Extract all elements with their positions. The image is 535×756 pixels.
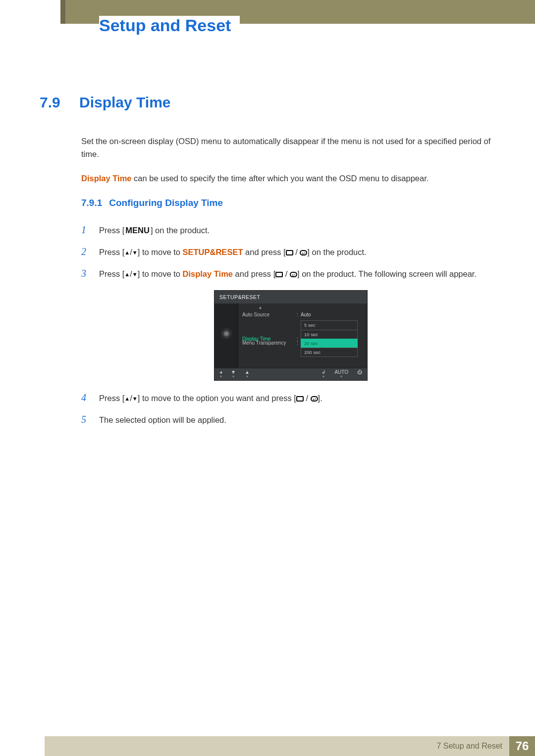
hint-paragraph: Display Time can be used to specify the … xyxy=(81,172,500,185)
hint-term: Display Time xyxy=(81,174,132,183)
osd-option: 5 sec xyxy=(301,320,358,330)
subsection-heading: 7.9.1 Configuring Display Time xyxy=(81,196,500,210)
osd-value: Auto xyxy=(301,311,311,319)
step-5: 5 The selected option will be applied. xyxy=(81,411,500,427)
osd-label: Menu Transparency xyxy=(242,339,297,347)
enter-icon xyxy=(300,250,307,255)
osd-option-selected: 20 sec xyxy=(301,339,358,348)
step-text: Press [MENU] on the product. xyxy=(99,224,500,237)
source-icon xyxy=(296,396,304,402)
step-2: 2 Press [▲/▼] to move to SETUP&RESET and… xyxy=(81,244,500,259)
page-content: 7.9 Display Time Set the on-screen displ… xyxy=(40,94,500,433)
step-text: Press [▲/▼] to move to the option you wa… xyxy=(99,392,500,405)
intro-paragraph: Set the on-screen display (OSD) menu to … xyxy=(81,135,500,161)
osd-screenshot: SETUP&RESET ▲ Auto Source : Auto Display… xyxy=(214,290,368,381)
step-text: The selected option will be applied. xyxy=(99,414,500,427)
osd-label: Auto Source xyxy=(242,311,297,319)
osd-row-auto-source: Auto Source : Auto xyxy=(242,310,363,320)
enter-icon xyxy=(311,396,318,402)
osd-title: SETUP&RESET xyxy=(214,291,367,304)
down-icon: ▼ xyxy=(132,270,138,279)
osd-bottom-bar: ◂▾ ▼▾ ▲▾ ↲▾ AUTO▾ ⏻ xyxy=(214,368,367,380)
down-icon: ▼ xyxy=(132,249,138,257)
osd-option: 200 sec xyxy=(301,348,358,357)
footer-chapter: 7 Setup and Reset xyxy=(436,742,502,751)
step-3: 3 Press [▲/▼] to move to Display Time an… xyxy=(81,265,500,281)
gear-icon xyxy=(222,329,231,338)
subsection-number: 7.9.1 xyxy=(81,196,102,210)
step-number: 3 xyxy=(81,265,89,281)
source-icon xyxy=(286,250,293,255)
section-number: 7.9 xyxy=(40,94,67,111)
menu-button-label: MENU xyxy=(124,224,151,237)
step-list: 1 Press [MENU] on the product. 2 Press [… xyxy=(81,222,500,281)
nav-target: SETUP&RESET xyxy=(183,248,243,256)
nav-target: Display Time xyxy=(183,269,233,278)
osd-option: 10 sec xyxy=(301,330,358,339)
step-number: 2 xyxy=(81,244,89,259)
up-icon: ▲ xyxy=(124,249,130,257)
step-4: 4 Press [▲/▼] to move to the option you … xyxy=(81,390,500,405)
chapter-title: Setup and Reset xyxy=(99,16,240,35)
source-icon xyxy=(275,272,283,277)
step-list-cont: 4 Press [▲/▼] to move to the option you … xyxy=(81,390,500,427)
up-icon: ▲ xyxy=(124,270,130,279)
osd-up-arrow: ▲ xyxy=(242,304,363,310)
page-footer: 7 Setup and Reset 76 xyxy=(45,736,535,756)
step-number: 5 xyxy=(81,411,89,427)
step-number: 4 xyxy=(81,390,89,405)
step-1: 1 Press [MENU] on the product. xyxy=(81,222,500,238)
step-text: Press [▲/▼] to move to Display Time and … xyxy=(99,268,500,281)
footer-page-number: 76 xyxy=(509,736,535,756)
header-tab xyxy=(45,0,65,24)
osd-sidebar xyxy=(214,303,238,368)
step-number: 1 xyxy=(81,222,89,238)
down-icon: ▼ xyxy=(132,395,138,403)
section-title: Display Time xyxy=(79,94,171,111)
up-icon: ▲ xyxy=(124,395,130,403)
section-heading: 7.9 Display Time xyxy=(40,94,500,111)
enter-icon xyxy=(290,272,297,277)
osd-option-list: 5 sec 10 sec 20 sec 200 sec xyxy=(301,321,358,357)
subsection-title: Configuring Display Time xyxy=(109,196,223,210)
step-text: Press [▲/▼] to move to SETUP&RESET and p… xyxy=(99,246,500,259)
hint-rest: can be used to specify the time after wh… xyxy=(132,174,429,183)
